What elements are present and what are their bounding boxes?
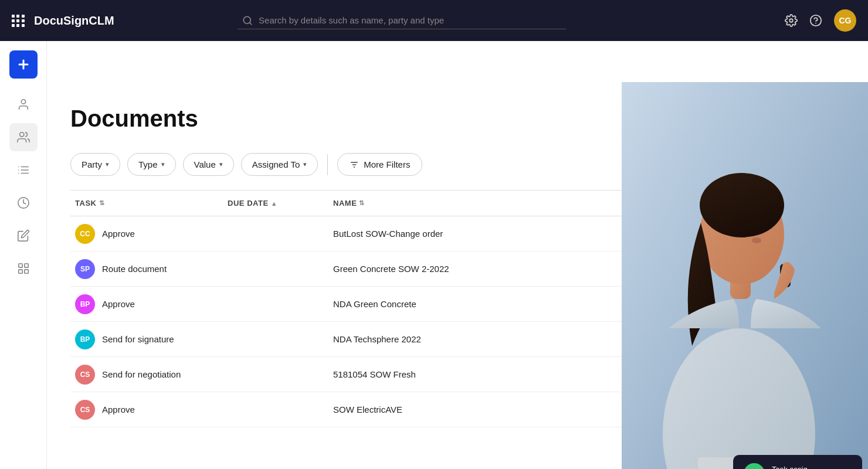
sort-icon: ⇅ (99, 199, 105, 207)
sidebar (0, 41, 47, 469)
avatar: CC (75, 224, 95, 244)
task-label: Approve (102, 229, 135, 239)
search-input[interactable] (238, 12, 566, 29)
more-filters-button[interactable]: More Filters (337, 153, 422, 176)
task-cell: BP Send for signature (70, 325, 223, 354)
toast-check-icon: ✓ (744, 463, 765, 469)
hero-image (622, 82, 868, 469)
task-label: Send for signature (102, 334, 174, 344)
filter-type[interactable]: Type ▾ (127, 153, 176, 176)
task-label: Approve (102, 405, 135, 414)
due-date-cell (223, 300, 328, 309)
chevron-down-icon: ▾ (161, 161, 165, 168)
sidebar-item-documents[interactable] (9, 254, 38, 283)
help-button[interactable] (809, 14, 822, 27)
task-label: Approve (102, 299, 135, 309)
sidebar-item-user[interactable] (9, 90, 38, 118)
task-cell: SP Route document (70, 254, 223, 284)
svg-rect-18 (18, 270, 22, 273)
due-date-cell (223, 264, 328, 274)
due-date-cell (223, 370, 328, 379)
task-cell: CC Approve (70, 219, 223, 249)
main-content: Documents Party ▾ Type ▾ Value ▾ Assigne… (47, 82, 868, 469)
task-label: Send for negotiation (102, 369, 181, 379)
sidebar-item-list[interactable] (9, 156, 38, 184)
sidebar-item-team[interactable] (9, 123, 38, 151)
due-date-cell (223, 405, 328, 414)
topnav-actions: CG (785, 9, 856, 32)
user-avatar[interactable]: CG (834, 9, 856, 32)
svg-rect-19 (24, 270, 28, 273)
chevron-down-icon: ▾ (303, 161, 307, 168)
svg-point-2 (789, 19, 793, 22)
filter-party[interactable]: Party ▾ (70, 153, 120, 176)
task-cell: CS Approve (70, 395, 223, 424)
col-task: TASK ⇅ (70, 196, 223, 210)
chevron-down-icon: ▾ (106, 161, 109, 168)
svg-line-1 (250, 23, 252, 25)
svg-point-8 (19, 132, 23, 137)
sort-icon: ▲ (271, 200, 277, 207)
filter-assigned-to[interactable]: Assigned To ▾ (241, 153, 318, 176)
due-date-cell (223, 229, 328, 239)
svg-point-29 (752, 237, 761, 243)
more-filters-label: More Filters (364, 159, 410, 169)
avatar: SP (75, 259, 95, 279)
topnav: DocuSignCLM CG (0, 0, 868, 41)
sort-icon: ⇅ (359, 199, 365, 207)
filter-value[interactable]: Value ▾ (183, 153, 234, 176)
avatar: CS (75, 400, 95, 420)
toast-notification: ✓ Task assigShannon F (733, 455, 862, 469)
svg-rect-17 (24, 264, 28, 267)
settings-button[interactable] (785, 14, 798, 27)
grid-menu-icon[interactable] (12, 15, 25, 27)
task-label: Route document (102, 264, 167, 274)
toast-text: Task assigShannon F (772, 465, 809, 469)
hero-image-overlay (622, 82, 868, 469)
avatar: CS (75, 365, 95, 385)
add-button[interactable] (9, 50, 38, 79)
filter-divider (327, 154, 328, 175)
sidebar-item-clock[interactable] (9, 189, 38, 217)
svg-point-27 (700, 173, 784, 237)
svg-point-7 (21, 100, 25, 104)
search-icon (242, 15, 253, 26)
chevron-down-icon: ▾ (219, 161, 223, 168)
search-bar (238, 12, 566, 29)
col-due-date: Due Date ▲ (223, 196, 328, 210)
task-cell: CS Send for negotiation (70, 360, 223, 389)
avatar: BP (75, 294, 95, 314)
sidebar-item-edit[interactable] (9, 222, 38, 250)
due-date-cell (223, 335, 328, 344)
task-cell: BP Approve (70, 290, 223, 319)
svg-rect-16 (18, 264, 22, 267)
avatar: BP (75, 329, 95, 349)
app-logo: DocuSignCLM (34, 14, 114, 28)
